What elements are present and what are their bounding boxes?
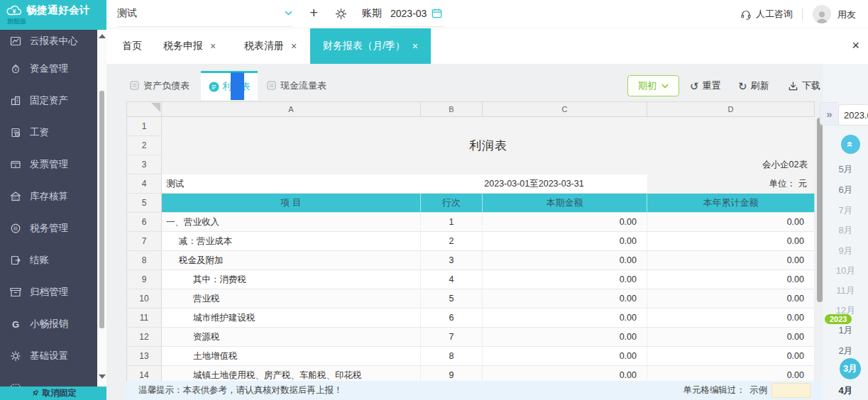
row-number[interactable]: 10: [126, 289, 162, 309]
item-cell[interactable]: 其中：消费税: [162, 270, 421, 289]
month-item-aug[interactable]: 8月: [823, 224, 868, 237]
sidebar-scrollbar-thumb[interactable]: [99, 91, 104, 328]
col-header-b[interactable]: B: [421, 101, 483, 117]
download-button[interactable]: 下载: [788, 78, 820, 94]
account-selector[interactable]: 测试: [117, 0, 292, 27]
item-cell[interactable]: 税金及附加: [162, 251, 421, 270]
item-cell[interactable]: 资源税: [162, 328, 421, 347]
close-tab-icon[interactable]: ×: [291, 40, 297, 52]
add-button[interactable]: +: [309, 4, 318, 21]
close-tab-icon[interactable]: ×: [210, 40, 216, 52]
row-number[interactable]: 11: [126, 309, 162, 328]
opening-balance-dropdown[interactable]: 期初: [627, 75, 679, 96]
month-item-jul[interactable]: 7月: [823, 204, 868, 217]
item-cell[interactable]: 减：营业成本: [162, 232, 421, 251]
month-item-jun[interactable]: 6月: [823, 184, 868, 196]
empty-cell[interactable]: [162, 117, 815, 136]
col-header-d[interactable]: D: [647, 101, 815, 117]
header-current-amount[interactable]: 本期金额: [483, 194, 647, 213]
row-number[interactable]: 7: [126, 232, 162, 251]
ytd-amount-cell[interactable]: 0.00: [647, 232, 815, 251]
select-all-cell[interactable]: [126, 101, 162, 117]
current-amount-cell[interactable]: 0.00: [483, 232, 647, 251]
row-number[interactable]: 6: [126, 213, 162, 232]
line-no-cell[interactable]: 4: [421, 270, 483, 289]
line-no-cell[interactable]: 6: [421, 309, 483, 328]
tab-tax-filing[interactable]: 税务申报 ×: [163, 28, 216, 64]
username[interactable]: 用友: [837, 9, 856, 21]
line-no-cell[interactable]: 2: [421, 232, 483, 251]
row-number[interactable]: 8: [126, 251, 162, 270]
line-no-cell[interactable]: 7: [421, 328, 483, 347]
period-picker[interactable]: 2023-03: [388, 0, 444, 27]
col-header-a[interactable]: A: [162, 101, 421, 117]
month-item-oct[interactable]: 10月: [823, 265, 868, 277]
ytd-amount-cell[interactable]: 0.00: [647, 347, 815, 366]
refresh-button[interactable]: ↻ 刷新: [738, 78, 769, 94]
collapse-up-icon[interactable]: «: [841, 135, 860, 154]
line-no-cell[interactable]: 1: [421, 213, 483, 232]
row-number[interactable]: 2: [126, 136, 162, 155]
current-amount-cell[interactable]: 0.00: [483, 289, 647, 309]
ytd-amount-cell[interactable]: 0.00: [647, 270, 815, 289]
live-support-button[interactable]: 人工咨询: [740, 0, 793, 28]
current-amount-cell[interactable]: 0.00: [483, 309, 647, 328]
ytd-amount-cell[interactable]: 0.00: [647, 251, 815, 270]
sidebar-item-settings[interactable]: 基础设置: [0, 345, 97, 367]
sidebar-item-inventory[interactable]: 库存核算: [0, 186, 97, 207]
sheet-scrollbar-thumb[interactable]: [817, 118, 823, 302]
subtab-balance-sheet[interactable]: 资产负债表: [130, 71, 189, 100]
unpin-sidebar-button[interactable]: 取消固定: [0, 387, 106, 400]
month-item-apr[interactable]: 4月: [823, 384, 868, 397]
month-item-feb[interactable]: 2月: [823, 345, 868, 357]
ytd-amount-cell[interactable]: 0.00: [647, 309, 815, 328]
sidebar-item-invoices[interactable]: ¥ 发票管理: [0, 154, 97, 175]
row-number[interactable]: 1: [126, 117, 162, 136]
month-item-mar-active[interactable]: 3月: [840, 358, 861, 379]
sidebar-item-closing[interactable]: 结账: [0, 250, 97, 271]
month-item-jan[interactable]: 1月: [823, 324, 868, 337]
month-item-may[interactable]: 5月: [823, 163, 868, 176]
subtab-income-statement[interactable]: 利润表: [201, 71, 258, 100]
sidebar-scroll-down-arrow[interactable]: [99, 374, 106, 379]
row-number[interactable]: 5: [126, 194, 162, 213]
sidebar-item-tax[interactable]: 税 税务管理: [0, 218, 97, 239]
line-no-cell[interactable]: 8: [421, 347, 483, 366]
current-amount-cell[interactable]: 0.00: [483, 251, 647, 270]
month-item-sep[interactable]: 9月: [823, 245, 868, 257]
sidebar-item-funds[interactable]: ¥ 资金管理: [0, 58, 97, 79]
unit-cell[interactable]: 单位： 元: [647, 174, 815, 194]
month-item-nov[interactable]: 11月: [823, 284, 868, 297]
entity-cell[interactable]: 测试: [162, 174, 421, 194]
item-cell[interactable]: 城市维护建设税: [162, 309, 421, 328]
current-amount-cell[interactable]: 0.00: [483, 328, 647, 347]
date-range-cell[interactable]: 2023-03-01至2023-03-31: [421, 174, 647, 194]
ytd-amount-cell[interactable]: 0.00: [647, 328, 815, 347]
ytd-amount-cell[interactable]: 0.00: [647, 213, 815, 232]
report-title-cell[interactable]: 利润表: [162, 136, 815, 155]
sidebar-scroll-up-arrow[interactable]: [99, 34, 106, 38]
current-amount-cell[interactable]: 0.00: [483, 347, 647, 366]
sidebar-item-salary[interactable]: ¥ 工资: [0, 122, 97, 143]
sidebar-item-reimburse[interactable]: G 小畅报销: [0, 313, 97, 335]
sidebar-item-cloud-reports[interactable]: 云报表中心: [0, 30, 97, 52]
tab-financial-reports[interactable]: 财务报表（月/季） ×: [310, 28, 431, 64]
row-number[interactable]: 4: [126, 174, 162, 194]
row-number[interactable]: 3: [126, 155, 162, 174]
reset-button[interactable]: ↺ 重置: [690, 78, 721, 94]
tab-home[interactable]: 首页: [122, 28, 142, 64]
year-selector[interactable]: 2023.0: [838, 104, 868, 126]
row-number[interactable]: 13: [126, 347, 162, 366]
current-amount-cell[interactable]: 0.00: [483, 270, 647, 289]
line-no-cell[interactable]: 5: [421, 289, 483, 309]
current-amount-cell[interactable]: 0.00: [483, 213, 647, 232]
row-number[interactable]: 9: [126, 270, 162, 289]
sidebar-item-archive[interactable]: 归档管理: [0, 282, 97, 303]
row-number[interactable]: 12: [126, 328, 162, 347]
form-code-cell[interactable]: 会小企02表: [162, 155, 815, 174]
ytd-amount-cell[interactable]: 0.00: [647, 289, 815, 309]
item-cell[interactable]: 一、营业收入: [162, 213, 421, 232]
header-line-no[interactable]: 行次: [421, 194, 483, 213]
settings-gear-icon[interactable]: [335, 8, 347, 20]
close-tab-icon[interactable]: ×: [412, 40, 418, 52]
